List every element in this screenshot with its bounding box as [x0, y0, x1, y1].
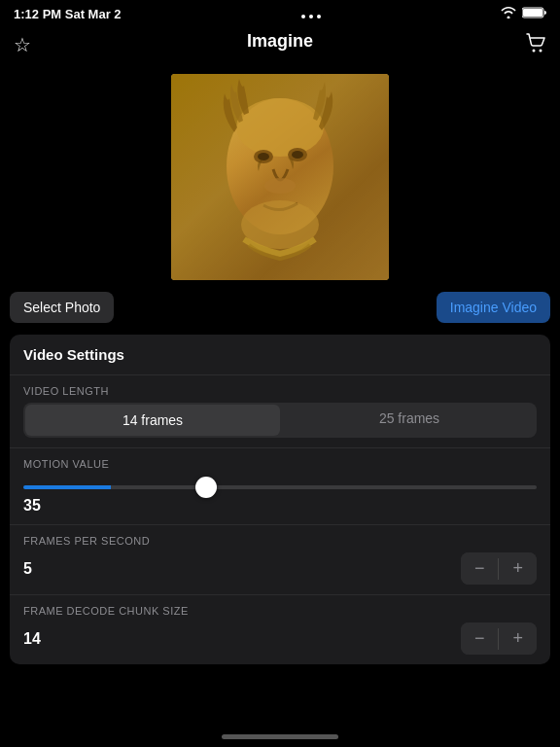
- motion-value-label: MOTION VALUE: [23, 458, 537, 470]
- chunk-size-value: 14: [23, 630, 41, 648]
- motion-value-row: MOTION VALUE 35: [10, 448, 550, 525]
- status-bar: 1:12 PM Sat Mar 2: [0, 0, 560, 27]
- svg-point-7: [236, 98, 324, 157]
- battery-icon: [522, 7, 546, 21]
- svg-point-12: [264, 178, 296, 194]
- fps-increment-button[interactable]: +: [499, 552, 537, 585]
- motion-slider[interactable]: [23, 485, 537, 489]
- fps-decrement-button[interactable]: −: [461, 552, 499, 585]
- fps-stepper-buttons: − +: [461, 552, 537, 585]
- svg-point-3: [540, 49, 542, 52]
- fps-stepper: 5 − +: [23, 552, 537, 585]
- chunk-size-row: FRAME DECODE CHUNK SIZE 14 − +: [10, 595, 550, 664]
- status-time-date: 1:12 PM Sat Mar 2: [14, 7, 122, 21]
- action-row: Select Photo Imagine Video: [0, 292, 560, 323]
- fps-row: FRAMES PER SECOND 5 − +: [10, 525, 550, 595]
- wifi-icon: [501, 7, 516, 21]
- chunk-size-increment-button[interactable]: +: [499, 622, 537, 655]
- fps-label: FRAMES PER SECOND: [23, 535, 537, 547]
- video-length-segment[interactable]: 14 frames 25 frames: [23, 403, 537, 438]
- segment-14-frames[interactable]: 14 frames: [25, 405, 280, 436]
- photo-preview-area: [0, 66, 560, 292]
- segment-25-frames[interactable]: 25 frames: [282, 403, 537, 438]
- home-indicator: [222, 734, 338, 739]
- imagine-video-button[interactable]: Imagine Video: [437, 292, 550, 323]
- chunk-size-stepper-buttons: − +: [461, 622, 537, 655]
- favorite-button[interactable]: ☆: [14, 33, 31, 56]
- select-photo-button[interactable]: Select Photo: [10, 292, 114, 323]
- video-length-label: VIDEO LENGTH: [23, 385, 537, 397]
- chunk-size-stepper: 14 − +: [23, 622, 537, 655]
- cart-button[interactable]: [525, 32, 546, 58]
- page-title: Imagine: [247, 31, 313, 52]
- video-length-row: VIDEO LENGTH 14 frames 25 frames: [10, 375, 550, 448]
- svg-rect-1: [523, 9, 542, 17]
- status-indicators: [501, 7, 546, 21]
- motion-slider-container[interactable]: [23, 476, 537, 493]
- status-dots: [301, 9, 321, 18]
- svg-point-10: [258, 153, 269, 160]
- nav-bar: ☆ Imagine: [0, 27, 560, 66]
- fps-value: 5: [23, 560, 32, 578]
- settings-section-title: Video Settings: [10, 335, 550, 375]
- chunk-size-label: FRAME DECODE CHUNK SIZE: [23, 605, 537, 617]
- svg-point-2: [533, 49, 536, 52]
- selected-photo: [171, 74, 389, 280]
- svg-point-11: [292, 151, 303, 159]
- video-settings-section: Video Settings VIDEO LENGTH 14 frames 25…: [10, 335, 550, 664]
- chunk-size-decrement-button[interactable]: −: [461, 622, 499, 655]
- motion-value-display: 35: [23, 497, 537, 515]
